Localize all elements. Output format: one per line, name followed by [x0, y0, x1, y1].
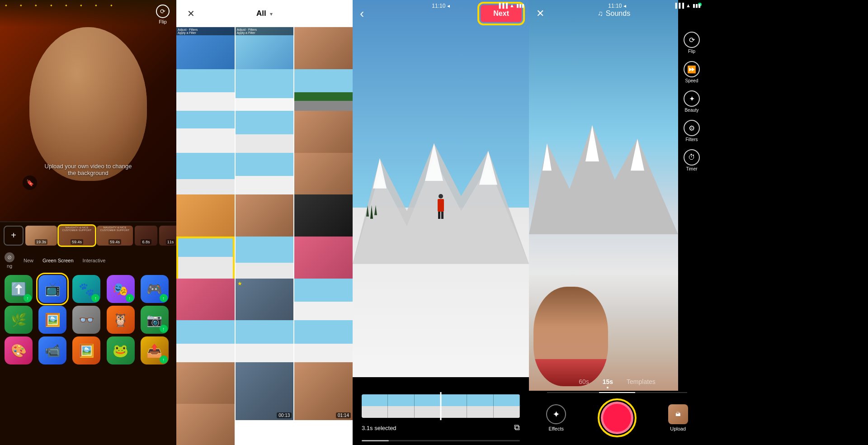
- editor-timeline-area: 3.1s selected ⧉: [353, 377, 529, 445]
- panel-camera: 11:10 ◂ ▐▐▐ ▲ ▮▮▮ ✕ ♫ Sounds ⟳ Flip ⏩ Sp…: [529, 0, 705, 445]
- camera-bottom-bar: ✦ Effects 🏔 Upload: [529, 391, 705, 445]
- person-figure: [438, 194, 444, 219]
- app-badge-15: ↑: [160, 355, 168, 364]
- beauty-side-label: Beauty: [684, 108, 698, 113]
- app-icon-1[interactable]: ⬆️ ↑: [5, 275, 33, 303]
- clip-1-label: 19.3s: [35, 239, 47, 245]
- effects-tab-new[interactable]: New: [24, 258, 33, 263]
- filters-side-button[interactable]: ⚙ Filters: [684, 120, 700, 142]
- status-time-p4: 11:10 ◂: [608, 3, 626, 9]
- filters-side-label: Filters: [685, 137, 698, 142]
- filmstrip-frame-3: [415, 394, 441, 418]
- no-icon: ⊘: [5, 252, 14, 262]
- app-icon-7[interactable]: 🖼️: [38, 306, 66, 334]
- app-icon-5[interactable]: 🎮 ↑: [141, 275, 169, 303]
- active-tab-dot: [607, 387, 609, 388]
- effects-tab-green-screen[interactable]: Green Screen: [42, 258, 73, 263]
- app-icon-8[interactable]: 👓: [72, 306, 100, 334]
- gallery-header: ✕ All ▾: [176, 0, 353, 27]
- app-icon-6[interactable]: 🌿: [5, 306, 33, 334]
- effects-button[interactable]: ✦ Effects: [546, 404, 566, 431]
- app-icon-2[interactable]: 📺: [38, 275, 66, 303]
- app-badge-3: ↑: [91, 294, 99, 302]
- timer-side-icon: ⏱: [684, 149, 700, 166]
- filters-side-icon: ⚙: [684, 120, 700, 136]
- gallery-thumb-28[interactable]: 00:00: [176, 404, 235, 445]
- app-badge-5: ↑: [160, 294, 168, 302]
- face-preview: [29, 27, 147, 181]
- clip-3-overlay: NAUGHTY & NICECUSTOMER SUPPORT: [98, 226, 132, 232]
- gallery-thumb-27[interactable]: 01:14: [294, 362, 353, 421]
- camera-preview-bg: [529, 0, 678, 391]
- clip-4-label: 6.8s: [141, 239, 151, 245]
- speed-side-button[interactable]: ⏩ Speed: [684, 61, 700, 83]
- flip-side-button[interactable]: ⟳ Flip: [684, 32, 700, 54]
- beauty-side-icon: ✦: [684, 90, 700, 107]
- upload-label: Upload: [670, 426, 686, 431]
- filmstrip-frame-1: [362, 394, 388, 418]
- camera-right-controls: ⟳ Flip ⏩ Speed ✦ Beauty ⚙ Filters ⏱ Time…: [684, 32, 700, 171]
- camera-mountains-svg: [529, 98, 678, 234]
- app-icon-12[interactable]: 📹: [38, 336, 66, 365]
- app-icon-3[interactable]: 🐾 ↑: [72, 275, 100, 303]
- effects-mode-bar: ⊘ ng New Green Screen Interactive: [0, 249, 176, 272]
- timer-side-button[interactable]: ⏱ Timer: [684, 149, 700, 171]
- editor-scrollbar-thumb: [362, 440, 389, 441]
- timeline-clip-4[interactable]: 6.8s: [135, 226, 157, 246]
- app-icon-14[interactable]: 🐸: [107, 336, 135, 365]
- svg-marker-5: [529, 125, 678, 234]
- gallery-thumb-26[interactable]: 00:13: [236, 362, 294, 421]
- gallery-grid: Adjust · FiltersApply a Filter 00:14 Adj…: [176, 27, 353, 445]
- flip-icon: ⟳: [156, 5, 170, 18]
- app-icon-15[interactable]: 📤 ↑: [141, 336, 169, 365]
- mountains-svg: [353, 113, 529, 264]
- copy-icon[interactable]: ⧉: [514, 423, 520, 432]
- clip-2-label: 59.4s: [71, 239, 83, 245]
- effects-tab-interactive[interactable]: Interactive: [83, 258, 106, 263]
- app-icon-10[interactable]: 📷 ↑: [141, 306, 169, 334]
- christmas-lights: [0, 0, 176, 27]
- speed-side-label: Speed: [685, 78, 698, 83]
- flip-side-icon: ⟳: [684, 32, 700, 48]
- timer-side-label: Timer: [686, 166, 697, 171]
- status-time-p3: 11:10 ◂: [432, 3, 449, 9]
- gallery-title: All ▾: [256, 9, 273, 18]
- editor-back-button[interactable]: ‹: [360, 6, 364, 21]
- app-badge-4: ↑: [126, 294, 134, 302]
- app-badge-1: ↑: [24, 294, 32, 302]
- music-note-icon: ♫: [598, 9, 603, 18]
- timeline-clip-5[interactable]: 11s: [159, 226, 176, 246]
- gallery-close-button[interactable]: ✕: [184, 6, 198, 21]
- bookmark-icon[interactable]: 🔖: [23, 175, 37, 190]
- effects-label: Effects: [549, 426, 564, 431]
- sounds-label: Sounds: [606, 9, 630, 18]
- camera-progress-thumb: [599, 392, 635, 393]
- app-grid: ⬆️ ↑ 📺 🐾 ↑ 🎭 ↑ 🎮 ↑ 🌿 🖼️ 👓 🦉: [0, 272, 176, 367]
- upload-button[interactable]: 🏔 Upload: [668, 404, 688, 431]
- filmstrip-frame-6: [494, 394, 520, 418]
- camera-close-button[interactable]: ✕: [536, 8, 544, 19]
- app-icon-11[interactable]: 🎨: [5, 336, 33, 365]
- duration-tab-15s[interactable]: 15s: [603, 378, 613, 388]
- beauty-side-button[interactable]: ✦ Beauty: [684, 90, 700, 113]
- timeline-add-button[interactable]: +: [4, 226, 24, 246]
- upload-text: Upload your own video to change the back…: [43, 163, 133, 176]
- filmstrip-frame-4: [441, 394, 467, 418]
- editor-scrollbar[interactable]: [362, 440, 520, 441]
- effects-tab-ng[interactable]: ⊘ ng: [5, 252, 14, 269]
- editor-video-area: [353, 0, 529, 377]
- speed-side-icon: ⏩: [684, 61, 700, 77]
- gallery-duration-26: 00:13: [277, 412, 292, 418]
- app-icon-13[interactable]: 🖼️: [72, 336, 100, 365]
- timeline-clip-2[interactable]: NAUGHTY & NICECUSTOMER SUPPORT 59.4s: [59, 226, 95, 246]
- duration-tab-60s[interactable]: 60s: [579, 378, 589, 388]
- app-icon-4[interactable]: 🎭 ↑: [107, 275, 135, 303]
- duration-tab-templates[interactable]: Templates: [627, 378, 656, 388]
- flip-button[interactable]: ⟳ Flip: [156, 5, 170, 24]
- timeline-clip-3[interactable]: NAUGHTY & NICECUSTOMER SUPPORT 59.4s: [97, 226, 133, 246]
- camera-progress-bar: [547, 392, 687, 393]
- clip-3-label: 59.4s: [108, 239, 121, 245]
- app-icon-9[interactable]: 🦉: [107, 306, 135, 334]
- record-button[interactable]: [601, 402, 633, 434]
- timeline-clip-1[interactable]: 19.3s: [25, 226, 57, 246]
